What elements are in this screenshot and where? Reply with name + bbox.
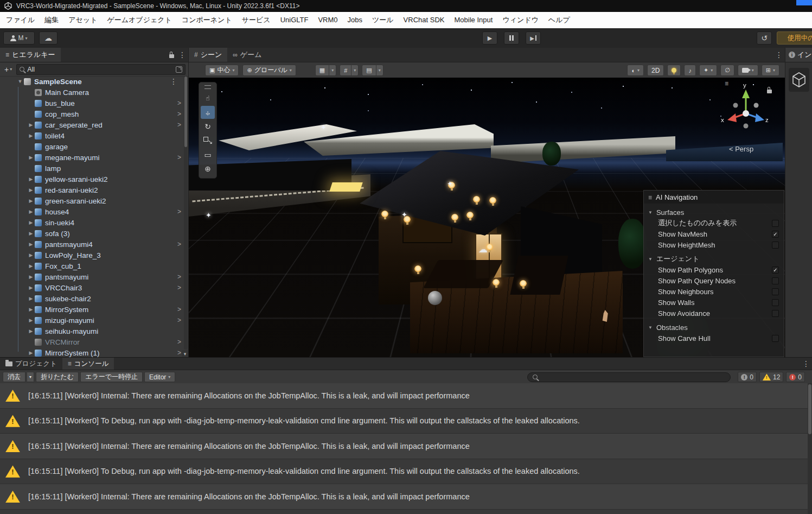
- light-gizmo-icon[interactable]: [520, 280, 527, 287]
- light-flare-icon[interactable]: ✦: [206, 211, 212, 219]
- expand-arrow-icon[interactable]: [27, 242, 35, 247]
- expand-arrow-icon[interactable]: [27, 122, 35, 128]
- scene-tool-button[interactable]: [201, 134, 215, 147]
- scrollbar-thumb[interactable]: [184, 77, 187, 147]
- hierarchy-item[interactable]: toilet4: [0, 130, 188, 141]
- nav-overlay-row[interactable]: Surfaces: [644, 207, 784, 218]
- scene-tool-button[interactable]: [201, 106, 215, 119]
- 2d-toggle-button[interactable]: 2D: [647, 65, 664, 76]
- expand-arrow-icon[interactable]: [27, 176, 35, 182]
- grid-snap-button[interactable]: #: [340, 65, 351, 76]
- hierarchy-item[interactable]: MirrorSystem (1): [0, 347, 188, 357]
- prefab-chevron-icon[interactable]: [177, 349, 181, 357]
- hierarchy-item[interactable]: MirrorSystem: [0, 304, 188, 315]
- prefab-chevron-icon[interactable]: [177, 121, 181, 129]
- kebab-menu-icon[interactable]: ⋮: [800, 358, 812, 370]
- nav-overlay-row[interactable]: エージェント: [644, 253, 784, 264]
- expand-arrow-icon[interactable]: [27, 252, 35, 258]
- hierarchy-item[interactable]: garage: [0, 141, 188, 152]
- menu-item[interactable]: ゲームオブジェクト: [102, 12, 176, 28]
- menu-item[interactable]: VRChat SDK: [399, 12, 450, 28]
- scene-audio-button[interactable]: ♪: [684, 65, 696, 76]
- hierarchy-item[interactable]: Fox_cub_1: [0, 261, 188, 271]
- gizmos-button[interactable]: ⊞▾: [762, 65, 779, 76]
- orientation-mode-button[interactable]: ⊕ グローバル ▾: [242, 65, 296, 76]
- undo-history-button[interactable]: ↺: [757, 31, 772, 45]
- light-gizmo-icon[interactable]: [381, 211, 388, 218]
- menu-item[interactable]: サービス: [237, 12, 276, 28]
- expand-arrow-icon[interactable]: [27, 155, 35, 160]
- overlay-grip-icon[interactable]: ≡: [648, 195, 652, 200]
- console-log-entry[interactable]: [16:15:11] [Worker0] To Debug, run app w…: [0, 409, 808, 434]
- hierarchy-item[interactable]: lamp: [0, 163, 188, 174]
- nav-overlay-row[interactable]: Show Path Query Nodes: [644, 275, 784, 286]
- hidden-objects-button[interactable]: ∅: [720, 65, 734, 76]
- light-gizmo-icon[interactable]: [451, 214, 458, 221]
- pivot-mode-button[interactable]: ▣ 中心 ▾: [205, 65, 239, 76]
- light-gizmo-icon[interactable]: [473, 196, 480, 203]
- overlay-header[interactable]: ≡ AI Navigation: [644, 191, 784, 204]
- prefab-chevron-icon[interactable]: [177, 208, 181, 215]
- hierarchy-item[interactable]: sin-ueki4: [0, 217, 188, 228]
- console-log-entry[interactable]: [16:15:11] [Worker0] To Debug, run app w…: [0, 459, 808, 485]
- sdk-panel-tile[interactable]: [789, 68, 809, 92]
- effects-button[interactable]: ✦▾: [699, 65, 717, 76]
- scrollbar-thumb[interactable]: [808, 384, 811, 434]
- light-flare-icon[interactable]: ✦: [401, 211, 407, 219]
- tab-game[interactable]: ∞ ゲーム: [227, 48, 267, 62]
- nav-overlay-row[interactable]: 選択したもののみを表示: [644, 218, 784, 229]
- hierarchy-item[interactable]: red-sarani-ueki2: [0, 185, 188, 195]
- checkbox[interactable]: [772, 266, 779, 274]
- checkbox[interactable]: [772, 277, 779, 284]
- error-count-badge[interactable]: ! 0: [786, 372, 805, 382]
- light-gizmo-icon[interactable]: [493, 279, 500, 286]
- expand-arrow-icon[interactable]: [27, 350, 35, 356]
- hierarchy-item[interactable]: car_seperate_red: [0, 119, 188, 130]
- kebab-menu-icon[interactable]: ⋮: [168, 77, 180, 86]
- light-gizmo-icon[interactable]: [489, 197, 496, 204]
- prefab-chevron-icon[interactable]: [177, 316, 181, 324]
- expand-arrow-icon[interactable]: [27, 285, 35, 290]
- console-search-input[interactable]: [527, 372, 731, 382]
- scene-tool-button[interactable]: [201, 120, 215, 133]
- console-scrollbar[interactable]: [808, 383, 812, 514]
- console-log-entry[interactable]: [16:15:11] [Worker0] Internal: There are…: [0, 510, 808, 514]
- checkbox[interactable]: [772, 288, 779, 295]
- play-button[interactable]: ▶: [482, 31, 497, 45]
- step-button[interactable]: ▶: [526, 31, 541, 45]
- lock-icon[interactable]: [169, 54, 174, 58]
- hierarchy-item[interactable]: yellow-sarani-ueki2: [0, 174, 188, 185]
- expand-arrow-icon[interactable]: [27, 263, 35, 269]
- expand-arrow-icon[interactable]: [27, 274, 35, 280]
- overlay-grip-icon[interactable]: [204, 85, 211, 89]
- nav-overlay-row[interactable]: Show NavMesh: [644, 229, 784, 239]
- prefab-chevron-icon[interactable]: [177, 338, 181, 346]
- checkbox[interactable]: [772, 335, 779, 342]
- expand-arrow-icon[interactable]: [27, 307, 35, 312]
- hierarchy-item[interactable]: pantsmayumi4: [0, 239, 188, 250]
- light-gizmo-icon[interactable]: [466, 212, 474, 219]
- prefab-chevron-icon[interactable]: [177, 284, 181, 291]
- hierarchy-item[interactable]: pantsmayumi: [0, 271, 188, 282]
- checkbox[interactable]: [772, 220, 779, 227]
- expand-arrow-icon[interactable]: [27, 133, 35, 138]
- nav-overlay-row[interactable]: Obstacles: [644, 322, 784, 333]
- hierarchy-item[interactable]: house4: [0, 206, 188, 217]
- prefab-chevron-icon[interactable]: [177, 154, 181, 161]
- expand-arrow-icon[interactable]: [27, 296, 35, 301]
- menu-item[interactable]: VRM0: [313, 12, 342, 28]
- pause-button[interactable]: [504, 31, 519, 45]
- tab-hierarchy[interactable]: ≡ ヒエラルキー: [0, 48, 61, 62]
- orientation-gizmo[interactable]: y x z: [718, 84, 774, 141]
- scene-tool-button[interactable]: [201, 92, 215, 105]
- menu-item[interactable]: コンポーネント: [177, 12, 237, 28]
- editor-dropdown-button[interactable]: Editor▾: [144, 372, 175, 382]
- expand-arrow-icon[interactable]: [27, 198, 35, 204]
- scene-camera-button[interactable]: ▾: [738, 65, 758, 76]
- nav-overlay-row[interactable]: Show Path Polygons: [644, 264, 784, 275]
- tab-scene[interactable]: # シーン: [189, 48, 227, 62]
- nav-overlay-row[interactable]: Show Neighbours: [644, 286, 784, 297]
- scene-tool-button[interactable]: [201, 162, 215, 175]
- in-use-button[interactable]: 使用中の: [777, 31, 812, 45]
- nav-overlay-row[interactable]: Show Avoidance: [644, 308, 784, 319]
